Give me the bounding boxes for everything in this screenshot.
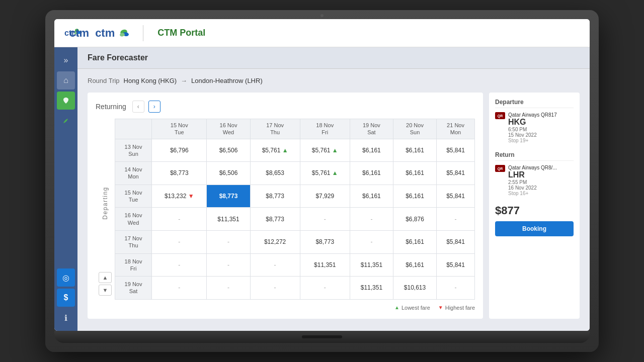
page-content: Round Trip Hong Kong (HKG) → London-Heat… [77,69,590,327]
sidebar-home-icon[interactable]: ⌂ [57,71,75,89]
sidebar-expand-icon[interactable]: » [57,51,75,69]
fare-cell-empty[interactable]: - [350,230,393,253]
table-row: 15 NovTue $13,232 ▼ $8,773 $8,773 $7,929… [115,185,475,208]
qatar-logo: QR [495,112,505,119]
portal-word: Portal [180,28,205,38]
departing-label: Departing [102,135,109,272]
highest-fare-legend: ▼ Highest fare [438,305,475,311]
depart-down-button[interactable]: ▼ [99,285,112,296]
fare-cell[interactable]: $5,841 [437,253,475,277]
col-header-2: 17 NovThu [250,119,300,139]
fare-cell-empty[interactable]: - [437,208,475,231]
fare-cell-empty[interactable]: - [152,253,207,277]
lowest-fare-legend: ▲ Lowest fare [394,305,430,311]
departure-section: Departure QR Qatar Airways QR817 HKG 6:5… [495,99,574,143]
fare-cell[interactable]: $8,773 [250,208,300,231]
row-header-4: 17 NovThu [115,230,152,253]
fare-cell[interactable]: $11,351 [350,277,393,300]
fare-cell-empty[interactable]: - [207,230,250,253]
booking-button[interactable]: Booking [495,221,574,236]
fare-cell[interactable]: $8,773 [300,230,350,253]
fare-cell[interactable]: $6,161 [393,230,436,253]
prev-date-button[interactable]: ‹ [132,101,144,113]
sidebar-info-icon[interactable]: ℹ [57,309,75,327]
fare-cell[interactable]: $5,761 ▲ [300,139,350,162]
fare-cell-empty[interactable]: - [152,208,207,231]
fare-cell[interactable]: $6,161 [393,139,436,162]
total-price: $877 [495,204,574,217]
qatar-return-logo: QR [495,165,505,172]
fare-cell[interactable]: $6,161 [350,139,393,162]
high-fare-icon: ▼ [188,193,194,200]
sidebar-leaf-icon[interactable] [57,112,75,130]
fare-cell[interactable]: $6,161 [350,162,393,185]
departure-flight-info: Qatar Airways QR817 HKG 6:50 PM 15 Nov 2… [508,112,574,143]
fare-cell[interactable]: $10,613 [393,277,436,300]
departure-date: 15 Nov 2022 [508,132,574,138]
fare-cell[interactable]: $6,161 [393,185,436,208]
col-header-5: 20 NovSun [393,119,436,139]
return-airline: Qatar Airways QR8/... [508,165,574,170]
departure-time: 6:50 PM [508,127,574,132]
fare-cell-empty[interactable]: - [437,277,475,300]
fare-cell-selected[interactable]: $8,773 [207,185,250,208]
highest-fare-icon: ▼ [438,305,443,310]
row-header-1: 14 NovMon [115,162,152,185]
fare-cell-empty[interactable]: - [207,277,250,300]
fare-cell[interactable]: $6,161 [350,185,393,208]
fare-cell[interactable]: $11,351 [300,253,350,277]
fare-cell[interactable]: $6,161 [393,253,436,277]
fare-cell[interactable]: $5,841 [437,139,475,162]
fare-table-container: Returning ‹ › Departing [88,93,483,319]
next-date-button[interactable]: › [148,101,160,113]
side-panel: Departure QR Qatar Airways QR817 HKG 6:5… [489,93,580,319]
route-arrow-icon: → [181,77,187,84]
table-header: Returning ‹ › [96,101,475,113]
fare-cell[interactable]: $5,761 ▲ [250,139,300,162]
fare-cell-empty[interactable]: - [207,253,250,277]
fare-cell[interactable]: $11,351 [350,253,393,277]
fare-cell-empty[interactable]: - [250,277,300,300]
departure-airport: HKG [508,118,574,127]
sidebar-location-icon[interactable]: ◎ [57,268,75,287]
fare-cell-empty[interactable]: - [300,208,350,231]
fare-cell-empty[interactable]: - [350,208,393,231]
logo-text: ctm [69,27,89,40]
fare-cell-empty[interactable]: - [152,277,207,300]
fare-cell[interactable]: $12,272 [250,230,300,253]
return-flight-card: QR Qatar Airways QR8/... LHR 2:55 PM 16 … [495,165,574,196]
corner-header [115,119,152,139]
trip-type: Round Trip [88,77,120,84]
table-row: 17 NovThu - - $12,272 $8,773 - $6,161 [115,230,475,253]
departure-airline: Qatar Airways QR817 [508,112,574,118]
return-airport: LHR [508,170,574,179]
fare-cell[interactable]: $6,161 [393,162,436,185]
fare-cell[interactable]: $8,653 [250,162,300,185]
fare-cell[interactable]: $5,761 ▲ [300,162,350,185]
fare-cell[interactable]: $6,796 [152,139,207,162]
fare-cell[interactable]: $8,773 [152,162,207,185]
fare-cell[interactable]: $13,232 ▼ [152,185,207,208]
sidebar-plant-icon[interactable] [57,92,75,110]
fare-cell-empty[interactable]: - [300,277,350,300]
logo-ctm: ctm [95,27,115,40]
return-time: 2:55 PM [508,179,574,185]
fare-cell-empty[interactable]: - [250,253,300,277]
sidebar-dollar-icon[interactable]: $ [57,289,75,307]
fare-cell[interactable]: $5,841 [437,230,475,253]
table-row: 19 NovSat - - - - $11,351 $10,613 [115,277,475,300]
lowest-fare-label: Lowest fare [401,305,430,311]
fare-cell[interactable]: $6,506 [207,162,250,185]
fare-cell[interactable]: $8,773 [250,185,300,208]
fare-cell[interactable]: $5,841 [437,185,475,208]
fare-cell[interactable]: $6,876 [393,208,436,231]
departure-stops: Stop 19+ [508,138,574,143]
table-row: 13 NovSun $6,796 $6,506 $5,761 ▲ $5,761 … [115,139,475,162]
fare-cell[interactable]: $6,506 [207,139,250,162]
depart-up-button[interactable]: ▲ [99,272,112,283]
fare-cell[interactable]: $11,351 [207,208,250,231]
fare-cell[interactable]: $7,929 [300,185,350,208]
departing-column: Departing ▲ ▼ [96,119,115,300]
fare-cell[interactable]: $5,841 [437,162,475,185]
fare-cell-empty[interactable]: - [152,230,207,253]
